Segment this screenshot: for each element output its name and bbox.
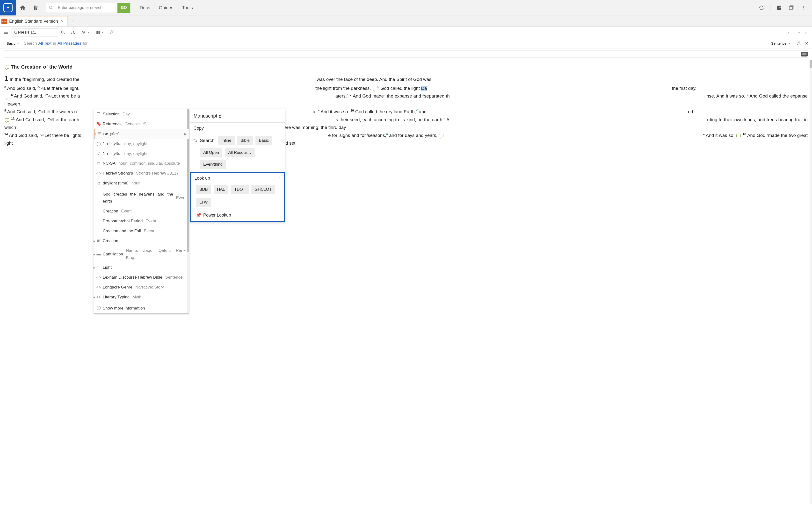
layout-button[interactable] [774,2,784,13]
keyboard-icon[interactable]: ⌨ [801,52,808,56]
chip-ghclot[interactable]: GHCLOT [251,185,275,194]
chip-bible[interactable]: Bible [237,136,253,145]
tab-icon: ESV [1,18,7,24]
text-icon: ☰ [96,111,101,118]
cm-creation[interactable]: ▶ 🗑 Creation [94,236,189,246]
cm-morph[interactable]: @ NC-SA noun, common, singular, absolute [94,159,189,169]
svg-rect-7 [4,31,8,32]
top-right-controls [756,2,812,13]
app-logo[interactable]: + [0,0,16,15]
reference-input[interactable] [12,28,58,37]
chip-inline[interactable]: Inline [218,136,235,145]
go-button[interactable]: GO [117,3,130,13]
search-container: GO [46,3,131,13]
chip-ltw[interactable]: LTW [196,198,211,207]
chip-tdot[interactable]: TDOT [231,185,249,194]
menu-guides[interactable]: Guides [159,5,173,10]
filter-all-text[interactable]: All Text [38,41,51,46]
svg-point-16 [806,32,806,33]
svg-rect-2 [779,8,781,9]
menu-docs[interactable]: Docs [140,5,150,10]
interlinear-button[interactable]: ▼ [80,29,91,36]
panel-menu-button[interactable] [3,30,10,35]
search-input[interactable] [56,3,117,12]
panel-toolbar: ▼ ▼ // ‹ › ▼ [0,26,812,38]
svg-point-11 [73,31,74,32]
lookup-chips: BDB HAL TDOT GHCLOT [191,184,284,197]
expand-icon: ▶ [94,239,95,243]
tab-esv[interactable]: ESV English Standard Version × [0,16,68,26]
sync-icon [759,5,764,11]
note-icon[interactable] [5,118,9,122]
nav-forward-button[interactable]: › [792,29,795,36]
search-section: Search: Inline Bible Basic [190,134,285,147]
manuscript-panel: Manuscript יוֹם Copy Search: Inline Bibl… [190,109,285,222]
sentence-dropdown[interactable]: Sentence▼ [768,40,794,47]
copy-action[interactable]: Copy [190,123,285,134]
panel-search-button[interactable] [60,29,66,36]
chip-hal[interactable]: HAL [214,185,229,194]
nav-back-button[interactable]: ‹ [787,29,791,36]
columns-icon [96,30,100,35]
info-icon: ⓘ [96,305,101,312]
svg-point-5 [803,7,804,8]
content-scrollbar[interactable] [810,60,812,504]
tag-icon: ▬ [96,251,101,258]
cm-reference[interactable]: 🔖 Reference Genesis 1:5 [94,119,189,129]
cm-show-more[interactable]: ⓘ Show more information [94,303,189,314]
sync-button[interactable] [756,2,767,13]
cm-event2[interactable]: Creation Event [94,207,189,216]
parallel-button[interactable]: // [109,28,114,37]
svg-point-6 [803,9,804,9]
tab-add-button[interactable]: + [68,16,78,26]
cm-event4[interactable]: Creation and the Fall Event [94,226,189,236]
cm-root2[interactable]: √ 1 יוֹם yôm day; daylight [94,149,189,159]
panel-more-button[interactable] [803,29,809,36]
cm-longacre[interactable]: <> Longacre Genre Narrative: Story [94,282,189,292]
close-filter-button[interactable]: × [805,40,808,47]
cm-lexham[interactable]: <> Lexham Discourse Hebrew Bible Sentenc… [94,273,189,282]
note-icon[interactable] [737,134,741,137]
menu-tools[interactable]: Tools [182,5,193,10]
home-button[interactable] [16,0,30,15]
detach-button[interactable] [786,2,797,13]
note-icon[interactable] [439,134,444,137]
library-button[interactable] [30,0,43,15]
cm-strongs[interactable]: <> Hebrew Strong's Strong's Hebrew #3117 [94,169,189,178]
columns-button[interactable]: ▼ [95,29,105,36]
cm-literary[interactable]: ▶ <> Literary Typing Myth [94,292,189,302]
note-icon[interactable] [5,65,9,68]
filter-all-passages[interactable]: All Passages [57,41,81,46]
search-icon [194,138,197,143]
cm-light[interactable]: ▶ ▢ Light [94,263,189,273]
nav-dropdown[interactable]: ▼ [797,30,801,35]
cm-root1[interactable]: ◯ 1 יוֹם yôm day; daylight [94,139,189,149]
chip-all-resources[interactable]: All Resour… [225,148,254,157]
svg-rect-1 [779,6,781,7]
cm-event3[interactable]: Pre-patriarchal Period Event [94,216,189,226]
share-button[interactable] [796,40,803,47]
cm-cantillation[interactable]: ▶ ▬ Cantillation Name: Zaqef Qaton, Rank… [94,246,189,263]
visual-filter-button[interactable] [69,29,77,36]
lookup-header[interactable]: Look up ˄ [191,173,284,184]
more-button[interactable] [798,2,809,13]
svg-point-10 [71,32,72,34]
power-lookup[interactable]: 📌 Power Lookup [191,210,284,221]
cm-event1[interactable]: God creates the heavens and the earth Ev… [94,189,189,207]
chip-bdb[interactable]: BDB [196,185,211,194]
note-icon[interactable] [5,95,9,98]
cm-lemma[interactable]: ▼ ☰ יוֹם yôm' ▶ [94,129,189,139]
cm-selection[interactable]: ☰ Selection Day [94,109,189,119]
search-field[interactable] [4,50,808,57]
search-icon [46,6,56,10]
chip-all-open[interactable]: All Open [200,148,222,157]
note-icon[interactable] [373,87,377,90]
chip-basic[interactable]: Basic [255,136,272,145]
cm-sense[interactable]: α daylight (time) noun [94,178,189,188]
expand-icon: ▶ [94,295,95,299]
root-icon: ◯ [96,140,101,148]
chip-everything[interactable]: Everything [200,160,226,169]
tab-close-button[interactable]: × [60,19,64,24]
basic-dropdown[interactable]: Basic▼ [4,40,22,47]
top-menu: Docs Guides Tools [140,5,193,10]
